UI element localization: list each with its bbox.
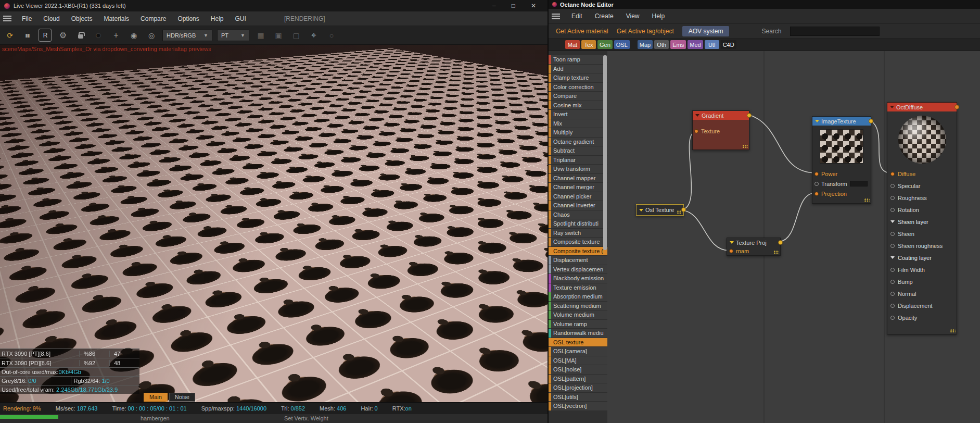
node-list-item[interactable]: Triplanar [549,156,607,165]
input-port[interactable] [890,172,895,176]
input-port[interactable] [814,172,819,176]
menu-item[interactable]: GUI [230,13,251,24]
value-box[interactable] [850,181,868,186]
node-list-item[interactable]: Cosine mix [549,101,607,110]
node-list-item[interactable]: OSL[camera] [549,347,607,356]
node-list-item[interactable]: Volume ramp [549,320,607,329]
node-list-item[interactable]: OSL[noise] [549,365,607,375]
output-port[interactable] [778,240,783,245]
node-list-item[interactable]: Displacement [549,256,607,265]
input-port[interactable] [890,268,895,272]
menu-item[interactable]: Help [206,13,229,24]
view-tab[interactable]: Main [144,393,168,402]
node-list-item[interactable]: Channel picker [549,192,607,202]
resize-grip-icon[interactable] [774,251,779,254]
material-ball-icon[interactable]: ● [92,29,105,42]
node-list-item[interactable]: Toon ramp [549,55,607,65]
input-port[interactable] [890,196,895,200]
settings-icon[interactable]: ⚙ [56,29,69,42]
menu-item[interactable]: Options [172,13,204,24]
maximize-button[interactable]: □ [512,2,515,9]
input-port[interactable] [890,184,895,188]
node-list-item[interactable]: Channel inverter [549,201,607,210]
node-list-item[interactable]: Channel merger [549,183,607,192]
node-list-item[interactable]: Scattering medium [549,302,607,311]
close-button[interactable]: ✕ [531,2,536,9]
menu-item[interactable]: Materials [98,13,134,24]
node-list-item[interactable]: Add [549,65,607,74]
node-list-item[interactable]: OSL[vectron] [549,402,607,411]
menu-item[interactable]: Help [647,10,670,22]
category-tab[interactable]: Ems [670,40,686,49]
menu-item[interactable]: Cloud [38,13,65,24]
input-port[interactable] [890,244,895,248]
resize-grip-icon[interactable] [864,198,870,202]
collapse-icon[interactable] [639,209,643,212]
category-tab[interactable]: Map [638,40,653,49]
output-port[interactable] [747,113,752,118]
node-list-item[interactable]: Clamp texture [549,73,607,83]
category-tab[interactable]: Oth [654,40,669,49]
input-port[interactable] [814,192,819,196]
node-list-item[interactable]: Octane gradient [549,138,607,147]
node-list-item[interactable]: Uvw transform [549,165,607,174]
node-osl-texture-header[interactable]: Osl Texture [637,205,683,215]
category-tab[interactable]: Gen [597,40,613,49]
clay-mode-icon[interactable]: ▦ [254,29,267,42]
node-list-item[interactable]: OSL[projection] [549,383,607,393]
node-list-item[interactable]: OSL[utils] [549,393,607,402]
aov-system-button[interactable]: AOV system [682,26,730,36]
node-list-item[interactable]: Chaos [549,210,607,220]
hamburger-icon[interactable] [3,16,11,21]
add-material-icon[interactable]: + [109,29,122,42]
checker-overlay-icon[interactable]: ▣ [272,29,285,42]
node-list-item[interactable]: Randomwalk mediu [549,329,607,338]
node-list-item[interactable]: Multiply [549,128,607,138]
node-list-item[interactable]: Subtract [549,146,607,156]
resize-grip-icon[interactable] [677,210,682,214]
search-input[interactable] [790,27,880,36]
lock-resolution-icon[interactable] [74,29,87,42]
node-list-item[interactable]: Texture emission [549,283,607,293]
reset-view-icon[interactable]: R [39,29,52,42]
node-gradient[interactable]: Gradient Texture [692,110,749,150]
node-list-item[interactable]: Composite texture [549,238,607,247]
category-tab[interactable]: Mat [565,40,580,49]
view-tab[interactable]: Noise [169,393,195,402]
node-list-item[interactable]: OSL texture [549,338,607,347]
node-list-item[interactable]: Vertex displacemen [549,265,607,275]
input-port[interactable] [729,249,733,253]
render-viewport[interactable]: sceneMaps/Sns_MeshSamples_Or via dropdow… [0,45,548,402]
menu-item[interactable]: Create [590,10,619,22]
get-active-tag-button[interactable]: Get Active tag/object [617,28,674,35]
node-list-item[interactable]: OSL[MA] [549,356,607,366]
live-viewer-titlebar[interactable]: Live Viewer 2022.1-XB0-(R1) (331 days le… [0,0,548,11]
node-list-item[interactable]: Invert [549,110,607,119]
collapse-icon[interactable] [815,120,819,122]
input-port[interactable] [890,208,895,212]
camera-lock-icon[interactable]: ⌖ [307,29,320,42]
get-active-material-button[interactable]: Get Active material [556,28,608,35]
restart-render-icon[interactable]: ⟳ [3,29,16,42]
node-image-texture-header[interactable]: ImageTexture [812,117,871,126]
pick-material-icon[interactable]: ◉ [127,29,140,42]
pause-render-icon[interactable]: ▮▮ [21,29,34,42]
menu-item[interactable]: Compare [135,13,171,24]
hamburger-icon[interactable] [552,14,560,19]
category-tab[interactable]: Med [688,40,703,49]
kernel-dropdown[interactable]: PT▼ [217,30,249,41]
output-port[interactable] [869,119,873,123]
input-port[interactable] [814,182,819,186]
node-texture-projection[interactable]: Texture Proj rnam [727,238,781,256]
node-list-item[interactable]: Composite texture ( [549,247,607,256]
input-port[interactable] [890,304,895,308]
input-port[interactable] [694,129,698,133]
node-list-item[interactable]: Compare [549,92,607,101]
node-list-item[interactable]: Volume medium [549,310,607,320]
scrollbar-thumb[interactable] [603,55,607,250]
node-image-texture[interactable]: ImageTexture Power Transform [812,116,871,204]
input-port[interactable] [890,232,895,236]
input-port[interactable] [890,316,895,320]
resize-grip-icon[interactable] [950,329,956,333]
menu-item[interactable]: File [17,13,37,24]
